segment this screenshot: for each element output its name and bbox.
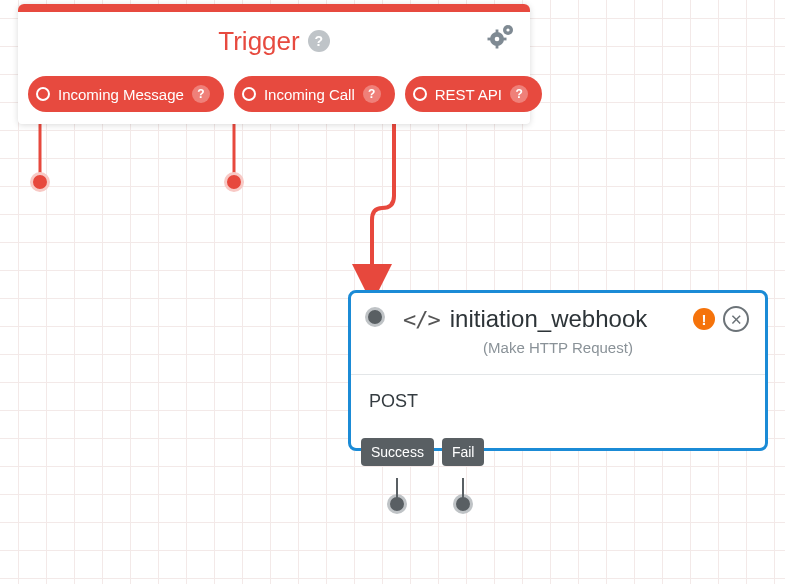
output-port-icon (242, 87, 256, 101)
help-icon[interactable]: ? (192, 85, 210, 103)
connector-endpoint[interactable] (453, 494, 473, 514)
code-icon: </> (403, 307, 440, 332)
trigger-event-incoming-call[interactable]: Incoming Call ? (234, 76, 395, 112)
output-port-icon (413, 87, 427, 101)
trigger-header: Trigger ? (18, 12, 530, 70)
webhook-subtitle: (Make HTTP Request) (367, 333, 749, 370)
webhook-header: </> initiation_webhook ! ✕ (Make HTTP Re… (351, 293, 765, 374)
port-label: Success (371, 444, 424, 460)
flow-canvas[interactable]: Trigger ? (0, 0, 785, 584)
close-icon[interactable]: ✕ (723, 306, 749, 332)
trigger-event-incoming-message[interactable]: Incoming Message ? (28, 76, 224, 112)
trigger-accent-bar (18, 4, 530, 12)
help-icon[interactable]: ? (363, 85, 381, 103)
connector-endpoint[interactable] (224, 172, 244, 192)
connector-endpoint[interactable] (387, 494, 407, 514)
port-label: Fail (452, 444, 475, 460)
trigger-events: Incoming Message ? Incoming Call ? REST … (18, 70, 530, 124)
webhook-output-ports: Success Fail (361, 438, 484, 466)
webhook-title: initiation_webhook (450, 305, 647, 333)
output-port-fail[interactable]: Fail (442, 438, 485, 466)
http-method: POST (369, 391, 418, 411)
output-port-success[interactable]: Success (361, 438, 434, 466)
svg-rect-5 (503, 38, 507, 41)
gears-icon[interactable] (486, 22, 516, 54)
trigger-event-rest-api[interactable]: REST API ? (405, 76, 542, 112)
svg-rect-2 (496, 30, 499, 34)
trigger-node[interactable]: Trigger ? (18, 4, 530, 124)
event-label: REST API (435, 86, 502, 103)
warning-icon[interactable]: ! (693, 308, 715, 330)
trigger-title: Trigger (218, 26, 299, 57)
event-label: Incoming Message (58, 86, 184, 103)
webhook-body: POST (351, 374, 765, 448)
svg-point-7 (506, 28, 509, 31)
svg-rect-3 (496, 45, 499, 49)
svg-rect-4 (488, 38, 492, 41)
help-icon[interactable]: ? (510, 85, 528, 103)
output-port-icon (36, 87, 50, 101)
connector-endpoint[interactable] (30, 172, 50, 192)
svg-point-1 (495, 37, 500, 42)
event-label: Incoming Call (264, 86, 355, 103)
help-icon[interactable]: ? (308, 30, 330, 52)
webhook-node[interactable]: </> initiation_webhook ! ✕ (Make HTTP Re… (348, 290, 768, 451)
